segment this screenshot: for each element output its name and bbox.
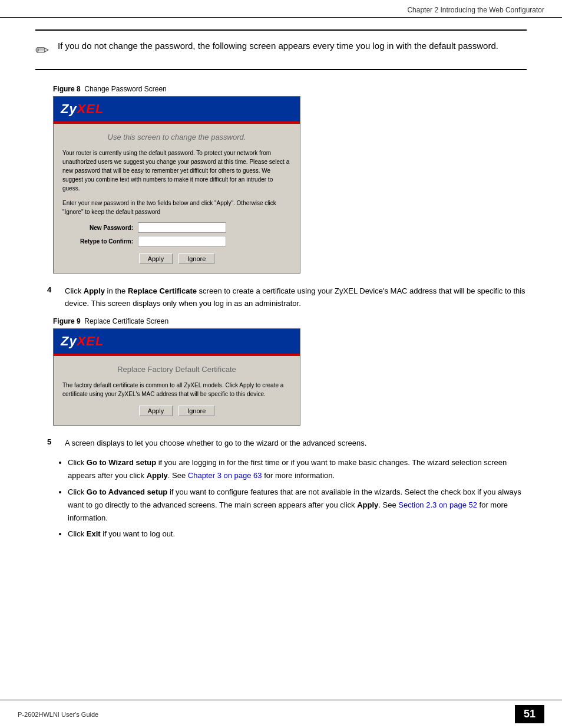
retype-confirm-input[interactable] <box>138 236 226 246</box>
step5-number: 5 <box>47 437 59 450</box>
bullet2-bold: Go to Advanced setup <box>87 487 167 496</box>
zyxel-header2: ZyXEL <box>54 329 300 354</box>
step4-text-middle: in the <box>105 286 128 295</box>
step5-block: 5 A screen displays to let you choose wh… <box>47 437 527 450</box>
bullet2-bold2: Apply <box>357 500 378 509</box>
step5-content: A screen displays to let you choose whet… <box>65 437 366 450</box>
chapter-title: Chapter 2 Introducing the Web Configurat… <box>407 6 544 14</box>
bullet1-link[interactable]: Chapter 3 on page 63 <box>188 471 262 480</box>
bullet1-bold: Go to Wizard setup <box>87 458 156 467</box>
note-text: If you do not change the password, the f… <box>58 39 498 53</box>
bullet2-link[interactable]: Section 2.3 on page 52 <box>398 500 477 509</box>
step4-bold2: Replace Certificate <box>128 286 197 295</box>
step4-text-before: Click <box>65 286 84 295</box>
bullet1-end: for more information. <box>262 471 335 480</box>
note-icon: ✏ <box>35 41 49 60</box>
retype-confirm-label: Retype to Confirm: <box>62 238 133 245</box>
bullet1-after: . See <box>168 471 188 480</box>
bullet3-after: if you want to log out. <box>101 529 175 538</box>
ignore-button-fig9[interactable]: Ignore <box>178 406 214 416</box>
figure9-screen: ZyXEL Replace Factory Default Certificat… <box>53 328 300 426</box>
main-content: ✏ If you do not change the password, the… <box>0 18 562 555</box>
figure9-container: Figure 9 Replace Certificate Screen ZyXE… <box>53 317 527 426</box>
footer-product: P-2602HWLNI User's Guide <box>18 711 98 718</box>
retype-confirm-row: Retype to Confirm: <box>62 236 291 246</box>
bullet1-bold2: Apply <box>147 471 168 480</box>
figure8-screen: ZyXEL Use this screen to change the pass… <box>53 96 300 274</box>
footer-page-number: 51 <box>515 705 544 723</box>
ignore-button-fig8[interactable]: Ignore <box>178 253 214 264</box>
apply-button-fig9[interactable]: Apply <box>139 406 173 416</box>
bullet3-bold: Exit <box>87 529 101 538</box>
page-footer: P-2602HWLNI User's Guide 51 <box>0 700 562 728</box>
new-password-label: New Password: <box>62 225 133 231</box>
bullet-item-2: Click Go to Advanced setup if you want t… <box>68 486 527 525</box>
new-password-input[interactable] <box>138 222 226 233</box>
note-box: ✏ If you do not change the password, the… <box>35 29 527 70</box>
page-header: Chapter 2 Introducing the Web Configurat… <box>0 0 562 18</box>
zyxel-logo2: ZyXEL <box>61 334 293 349</box>
apply-button-fig8[interactable]: Apply <box>139 253 173 264</box>
step4-block: 4 Click Apply in the Replace Certificate… <box>47 285 527 310</box>
bullet2-before: Click <box>68 487 87 496</box>
bullet-item-1: Click Go to Wizard setup if you are logg… <box>68 456 527 482</box>
figure8-container: Figure 8 Change Password Screen ZyXEL Us… <box>53 85 527 274</box>
new-password-row: New Password: <box>62 222 291 233</box>
figure8-label: Figure 8 Change Password Screen <box>53 85 527 93</box>
zyxel-body: Use this screen to change the password. … <box>54 124 300 273</box>
bullet-item-3: Click Exit if you want to log out. <box>68 528 527 541</box>
zyxel-buttons: Apply Ignore <box>62 253 291 264</box>
figure9-label: Figure 9 Replace Certificate Screen <box>53 317 527 325</box>
zyxel-body2: Replace Factory Default Certificate The … <box>54 356 300 425</box>
zyxel-desc1: Your router is currently using the defau… <box>62 149 291 193</box>
zyxel-cert-desc: The factory default certificate is commo… <box>62 381 291 398</box>
bullet2-after: . See <box>378 500 398 509</box>
zyxel-buttons2: Apply Ignore <box>62 406 291 416</box>
zyxel-header: ZyXEL <box>54 97 300 121</box>
zyxel-desc2: Enter your new password in the two field… <box>62 199 291 216</box>
bullet3-before: Click <box>68 529 87 538</box>
bullet-list: Click Go to Wizard setup if you are logg… <box>68 456 527 541</box>
bullet1-before: Click <box>68 458 87 467</box>
step4-number: 4 <box>47 285 59 310</box>
zyxel-logo: ZyXEL <box>61 101 293 117</box>
step4-bold1: Apply <box>84 286 105 295</box>
zyxel-screen-title: Use this screen to change the password. <box>62 133 291 141</box>
zyxel-cert-title: Replace Factory Default Certificate <box>62 365 291 374</box>
step4-content: Click Apply in the Replace Certificate s… <box>65 285 527 310</box>
